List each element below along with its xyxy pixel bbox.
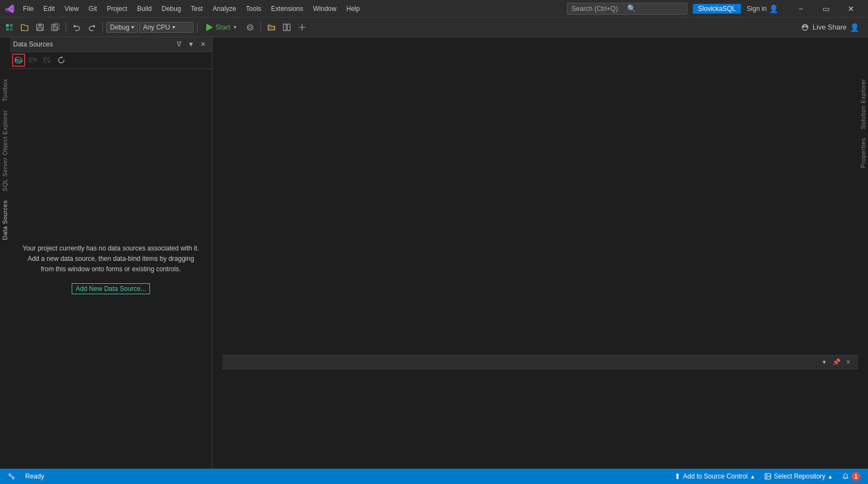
add-datasource-icon [14, 56, 23, 65]
main-layout: Toolbox SQL Server Object Explorer Data … [0, 37, 868, 469]
delete-datasource-icon [43, 56, 51, 65]
svg-point-16 [30, 57, 35, 60]
sidebar-item-solution-explorer[interactable]: Solution Explorer [859, 74, 867, 133]
svg-rect-9 [53, 27, 57, 30]
minimize-button[interactable]: − [788, 0, 813, 18]
refresh-icon [57, 56, 66, 65]
redo-button[interactable] [85, 20, 99, 34]
separator-4 [261, 22, 261, 33]
panel-pin-button[interactable]: ∇ [173, 39, 184, 50]
panel-close-button[interactable]: ✕ [198, 39, 209, 50]
notifications-button[interactable]: 1 [838, 469, 864, 484]
menu-tools[interactable]: Tools [241, 3, 265, 15]
restore-button[interactable]: ▭ [813, 0, 838, 18]
start-button[interactable]: Start ▾ [201, 21, 241, 33]
sidebar-item-toolbox[interactable]: Toolbox [1, 74, 9, 106]
close-button[interactable]: ✕ [838, 0, 864, 18]
add-new-datasource-link[interactable]: Add New Data Source... [72, 283, 150, 294]
svg-point-19 [12, 477, 14, 479]
sidebar-item-sql-server[interactable]: SQL Server Object Explorer [1, 106, 9, 196]
bottom-panel-buttons: ▾ 📌 × [819, 357, 854, 368]
live-share-icon [801, 23, 809, 32]
bottom-panel-dropdown-button[interactable]: ▾ [819, 357, 830, 368]
add-source-control-arrow: ▲ [750, 474, 755, 480]
platform-dropdown[interactable]: Any CPU ▾ [139, 22, 194, 33]
menu-window[interactable]: Window [309, 3, 341, 15]
platform-dropdown-arrow: ▾ [172, 24, 175, 30]
search-icon: 🔍 [627, 4, 682, 13]
menu-file[interactable]: File [19, 3, 38, 15]
add-source-control-label: Add to Source Control [683, 473, 748, 480]
panel-header: Data Sources ∇ ▼ ✕ [10, 37, 212, 52]
bottom-panel-header: ▾ 📌 × [222, 355, 858, 369]
separator-3 [197, 22, 198, 33]
svg-rect-8 [53, 25, 56, 27]
start-dropdown-arrow[interactable]: ▾ [234, 24, 236, 30]
svg-rect-5 [38, 24, 42, 27]
select-repository-label: Select Repository [774, 473, 825, 480]
menu-debug[interactable]: Debug [157, 3, 185, 15]
menu-project[interactable]: Project [102, 3, 131, 15]
sidebar-item-properties[interactable]: Properties [859, 133, 867, 172]
edit-datasource-button[interactable] [26, 54, 39, 67]
menu-git[interactable]: Git [84, 3, 101, 15]
live-share-label: Live Share [813, 23, 847, 31]
bottom-panel: ▾ 📌 × [222, 355, 858, 453]
upload-icon: ⬆ [674, 472, 681, 481]
status-left: Ready [4, 469, 48, 484]
svg-line-20 [10, 476, 13, 477]
panel-empty-state: Your project currently has no data sourc… [10, 69, 212, 469]
delete-datasource-button[interactable] [40, 54, 54, 67]
menu-analyze[interactable]: Analyze [209, 3, 241, 15]
data-sources-panel: Data Sources ∇ ▼ ✕ [10, 37, 212, 469]
debug-extras-button[interactable] [243, 20, 257, 34]
panel-menu-button[interactable]: ▼ [186, 39, 196, 50]
svg-point-17 [44, 57, 49, 60]
status-ready: Ready [22, 469, 48, 484]
status-bar: Ready ⬆ Add to Source Control ▲ Select R… [0, 469, 868, 484]
title-bar: File Edit View Git Project Build Debug T… [0, 0, 868, 18]
svg-rect-2 [6, 28, 9, 31]
extra-button[interactable] [295, 20, 309, 34]
save-all-button[interactable] [48, 20, 62, 34]
menu-edit[interactable]: Edit [39, 3, 59, 15]
layout-button[interactable] [280, 20, 294, 34]
select-repository-arrow: ▲ [828, 474, 833, 480]
bell-icon [842, 473, 849, 480]
svg-rect-13 [287, 24, 290, 31]
save-button[interactable] [33, 20, 47, 34]
empty-message: Your project currently has no data sourc… [21, 243, 201, 275]
menu-view[interactable]: View [60, 3, 83, 15]
menu-extensions[interactable]: Extensions [267, 3, 308, 15]
menu-help[interactable]: Help [342, 3, 364, 15]
undo-button[interactable] [70, 20, 84, 34]
status-right: ⬆ Add to Source Control ▲ Select Reposit… [671, 469, 864, 484]
search-bar[interactable]: Search (Ctrl+Q) 🔍 [567, 3, 687, 15]
svg-rect-12 [283, 24, 286, 31]
left-side-tabs: Toolbox SQL Server Object Explorer Data … [0, 74, 10, 479]
add-source-control-button[interactable]: ⬆ Add to Source Control ▲ [671, 469, 759, 484]
person2-icon: 👤 [850, 23, 859, 32]
svg-rect-6 [38, 28, 42, 30]
new-project-button[interactable] [2, 20, 16, 34]
search-text: Search (Ctrl+Q) [572, 5, 627, 13]
refresh-datasource-button[interactable] [55, 54, 68, 67]
folder-button[interactable] [264, 20, 279, 34]
select-repository-button[interactable]: Select Repository ▲ [761, 469, 836, 484]
menu-build[interactable]: Build [133, 3, 157, 15]
bottom-panel-close-button[interactable]: × [843, 357, 854, 368]
right-side-tabs: Solution Explorer Properties [858, 74, 868, 403]
open-file-button[interactable] [18, 20, 32, 34]
sidebar-item-data-sources[interactable]: Data Sources [1, 196, 9, 244]
repo-icon [764, 473, 772, 480]
debug-config-dropdown[interactable]: Debug ▾ [106, 22, 138, 33]
separator-1 [66, 22, 66, 33]
live-share-area[interactable]: Live Share 👤 [801, 23, 866, 32]
add-datasource-button[interactable] [12, 54, 25, 67]
user-badge[interactable]: SlovickaSQL [693, 4, 742, 14]
bottom-panel-pin-button[interactable]: 📌 [831, 357, 842, 368]
panel-toolbar [10, 52, 212, 69]
menu-test[interactable]: Test [187, 3, 207, 15]
window-controls: − ▭ ✕ [788, 0, 864, 18]
sign-in[interactable]: Sign in 👤 [747, 4, 778, 13]
